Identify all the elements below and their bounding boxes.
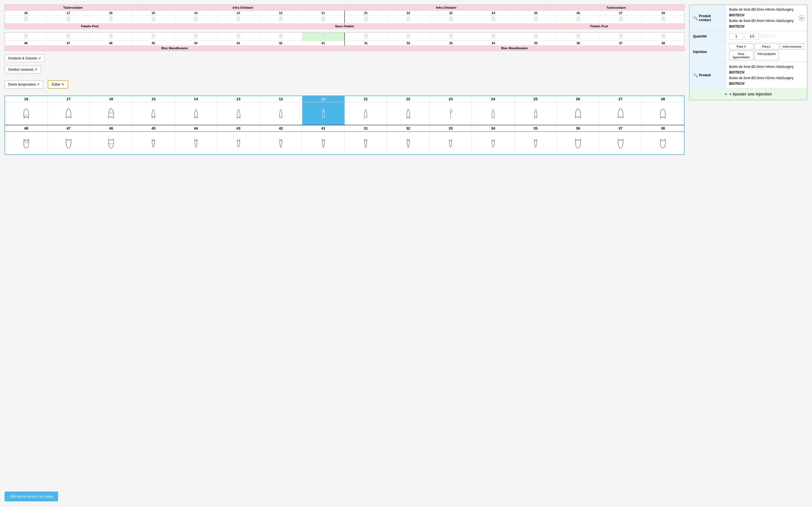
- editer-button[interactable]: Éditer ✎: [48, 80, 68, 89]
- big-lower-num-38[interactable]: 38: [642, 125, 684, 131]
- tooth-num-31-lower[interactable]: 31: [345, 41, 388, 45]
- tooth-num-26[interactable]: 26: [557, 11, 600, 15]
- big-lower-img-41[interactable]: [302, 132, 345, 154]
- tooth-num-13[interactable]: 13: [217, 11, 260, 15]
- big-lower-num-43[interactable]: 43: [217, 125, 260, 131]
- injection-para-v[interactable]: Para V: [729, 43, 753, 50]
- big-lower-num-44[interactable]: 44: [175, 125, 217, 131]
- big-num-11[interactable]: 11: [302, 96, 345, 102]
- tooth-num-47-lower[interactable]: 47: [47, 41, 90, 45]
- tooth-icon-36[interactable]: 🦷: [557, 33, 600, 41]
- big-lower-num-31[interactable]: 31: [345, 125, 388, 131]
- tooth-icon-31[interactable]: 🦷: [345, 33, 388, 41]
- big-tooth-img-23[interactable]: [430, 102, 472, 125]
- big-lower-num-35[interactable]: 35: [515, 125, 557, 131]
- big-num-18[interactable]: 18: [5, 96, 48, 102]
- big-lower-num-33[interactable]: 33: [430, 125, 472, 131]
- big-lower-img-37[interactable]: [599, 132, 642, 154]
- tooth-num-32-lower[interactable]: 32: [388, 41, 430, 45]
- tooth-num-36-lower[interactable]: 36: [557, 41, 600, 45]
- tooth-icon-48[interactable]: 🦷: [5, 33, 47, 41]
- tooth-num-41-lower[interactable]: 41: [302, 41, 345, 45]
- gestion-osseuse-button[interactable]: Gestion osseuse ↗: [4, 66, 41, 73]
- add-injection-button[interactable]: + + Ajouter une injection: [690, 89, 807, 100]
- big-lower-img-44[interactable]: [175, 132, 217, 154]
- big-lower-img-42[interactable]: [260, 132, 302, 154]
- big-tooth-img-26[interactable]: [557, 102, 599, 125]
- injection-intra-osseuse[interactable]: Intra-osseuse: [780, 43, 804, 50]
- tooth-num-18[interactable]: 18: [5, 11, 47, 15]
- tooth-num-46-lower[interactable]: 46: [90, 41, 132, 45]
- tooth-icon-22[interactable]: 🦷: [388, 15, 430, 23]
- tooth-icon-16[interactable]: 🦷: [90, 15, 132, 23]
- tooth-num-27[interactable]: 27: [600, 11, 642, 15]
- tooth-num-48-lower[interactable]: 48: [5, 41, 47, 45]
- tooth-icon-33[interactable]: 🦷: [430, 33, 472, 41]
- big-num-28[interactable]: 28: [642, 96, 684, 102]
- big-num-24[interactable]: 24: [472, 96, 515, 102]
- tooth-num-33-lower[interactable]: 33: [430, 41, 472, 45]
- tooth-icon-13[interactable]: 🦷: [217, 15, 260, 23]
- big-tooth-img-17[interactable]: [48, 102, 90, 125]
- big-tooth-img-21[interactable]: [345, 102, 388, 125]
- tooth-icon-25[interactable]: 🦷: [515, 15, 557, 23]
- tooth-icon-42[interactable]: 🦷: [260, 33, 302, 41]
- big-num-27[interactable]: 27: [599, 96, 642, 102]
- tooth-icon-41[interactable]: 🦷: [302, 33, 345, 41]
- big-tooth-img-16[interactable]: [90, 102, 133, 125]
- tooth-num-44-lower[interactable]: 44: [175, 41, 217, 45]
- tooth-num-42-lower[interactable]: 42: [260, 41, 302, 45]
- big-lower-img-34[interactable]: [472, 132, 515, 154]
- tooth-icon-21[interactable]: 🦷: [345, 15, 388, 23]
- tooth-num-24[interactable]: 24: [472, 11, 515, 15]
- big-lower-img-45[interactable]: [133, 132, 175, 154]
- tooth-icon-27[interactable]: 🦷: [600, 15, 642, 23]
- big-lower-num-42[interactable]: 42: [260, 125, 302, 131]
- close-button[interactable]: ⊗: [799, 15, 805, 21]
- big-num-15[interactable]: 15: [133, 96, 175, 102]
- tooth-num-43-lower[interactable]: 43: [217, 41, 260, 45]
- big-tooth-img-12[interactable]: [260, 102, 302, 125]
- big-lower-num-34[interactable]: 34: [472, 125, 515, 131]
- tooth-icon-45[interactable]: 🦷: [132, 33, 175, 41]
- tooth-num-34-lower[interactable]: 34: [472, 41, 515, 45]
- tooth-num-23[interactable]: 23: [430, 11, 472, 15]
- big-num-16[interactable]: 16: [90, 96, 133, 102]
- big-num-22[interactable]: 22: [387, 96, 430, 102]
- big-num-12[interactable]: 12: [260, 96, 302, 102]
- tooth-num-35-lower[interactable]: 35: [515, 41, 557, 45]
- tooth-icon-47[interactable]: 🦷: [47, 33, 90, 41]
- tooth-icon-11[interactable]: 🦷: [302, 15, 345, 23]
- big-lower-num-36[interactable]: 36: [557, 125, 599, 131]
- big-lower-num-41[interactable]: 41: [302, 125, 345, 131]
- tooth-icon-14[interactable]: 🦷: [175, 15, 217, 23]
- big-lower-img-47[interactable]: [48, 132, 90, 154]
- tooth-num-14[interactable]: 14: [175, 11, 217, 15]
- big-num-21[interactable]: 21: [345, 96, 388, 102]
- tooth-icon-43[interactable]: 🦷: [217, 33, 260, 41]
- tooth-icon-15[interactable]: 🦷: [132, 15, 175, 23]
- tooth-icon-44[interactable]: 🦷: [175, 33, 217, 41]
- tooth-num-12[interactable]: 12: [260, 11, 302, 15]
- big-lower-img-36[interactable]: [557, 132, 599, 154]
- tooth-icon-32[interactable]: 🦷: [388, 33, 430, 41]
- big-tooth-img-15[interactable]: [133, 102, 175, 125]
- big-lower-num-47[interactable]: 47: [48, 125, 90, 131]
- tooth-num-17[interactable]: 17: [47, 11, 90, 15]
- quantite-1-input[interactable]: 1: [729, 33, 743, 40]
- tooth-icon-28[interactable]: 🦷: [642, 15, 684, 23]
- big-tooth-img-27[interactable]: [599, 102, 642, 125]
- tooth-num-16[interactable]: 16: [90, 11, 132, 15]
- tooth-icon-46[interactable]: 🦷: [90, 33, 132, 41]
- big-tooth-img-24[interactable]: [472, 102, 515, 125]
- big-num-23[interactable]: 23: [430, 96, 472, 102]
- big-num-26[interactable]: 26: [557, 96, 599, 102]
- tooth-icon-24[interactable]: 🦷: [472, 15, 515, 23]
- tooth-num-38-lower[interactable]: 38: [642, 41, 684, 45]
- big-num-25[interactable]: 25: [515, 96, 557, 102]
- big-lower-img-32[interactable]: [387, 132, 430, 154]
- big-num-13[interactable]: 13: [217, 96, 260, 102]
- tooth-num-22[interactable]: 22: [388, 11, 430, 15]
- big-num-14[interactable]: 14: [175, 96, 217, 102]
- injection-intra-pulpaire[interactable]: Intra-pulpaire: [755, 51, 779, 60]
